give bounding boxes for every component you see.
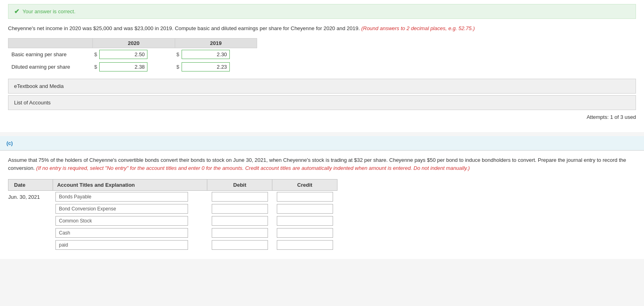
- etextbook-button[interactable]: eTextbook and Media: [8, 79, 636, 94]
- credit-input-5[interactable]: [277, 240, 333, 250]
- dollar-sign-2019-diluted: $: [176, 64, 180, 70]
- credit-input-2[interactable]: [277, 204, 333, 214]
- account-cell-3: [53, 215, 207, 227]
- debit-input-1[interactable]: [212, 192, 268, 202]
- table-row: [8, 227, 337, 239]
- earnings-table: 2020 2019 Basic earning per share $ $ Di…: [8, 38, 257, 73]
- table-row: Jun. 30, 2021: [8, 191, 337, 203]
- round-note: (Round answers to 2 decimal places, e.g.…: [361, 25, 475, 31]
- diluted-eps-2019-input[interactable]: [182, 62, 230, 71]
- dollar-sign-2020-basic: $: [94, 51, 98, 57]
- debit-cell-5: [207, 239, 272, 251]
- credit-header: Credit: [272, 180, 337, 191]
- date-header: Date: [8, 180, 53, 191]
- date-cell-5: [8, 239, 53, 251]
- debit-cell-3: [207, 215, 272, 227]
- section-c: (c) Assume that 75% of the holders of Ch…: [0, 136, 644, 259]
- correct-banner: ✔ Your answer is correct.: [8, 4, 636, 19]
- debit-input-2[interactable]: [212, 204, 268, 214]
- section-c-header: (c): [0, 136, 644, 151]
- account-cell-1: [53, 191, 207, 203]
- header-2019: 2019: [175, 38, 257, 48]
- account-input-5[interactable]: [55, 240, 188, 250]
- dollar-sign-2020-diluted: $: [94, 64, 98, 70]
- top-section: ✔ Your answer is correct. Cheyenne's net…: [0, 0, 644, 132]
- section-c-description: Assume that 75% of the holders of Cheyen…: [8, 156, 636, 173]
- section-c-note: (If no entry is required, select "No ent…: [36, 165, 470, 171]
- date-cell-4: [8, 227, 53, 239]
- debit-cell-2: [207, 203, 272, 215]
- table-row: [8, 203, 337, 215]
- diluted-eps-2020-input[interactable]: [99, 62, 147, 71]
- account-cell-4: [53, 227, 207, 239]
- debit-input-3[interactable]: [212, 216, 268, 226]
- basic-eps-2020-input[interactable]: [99, 50, 147, 59]
- table-row: [8, 215, 337, 227]
- account-input-3[interactable]: [55, 216, 188, 226]
- section-c-body: Assume that 75% of the holders of Cheyen…: [0, 151, 644, 259]
- basic-eps-2019-input[interactable]: [182, 50, 230, 59]
- dollar-sign-2019-basic: $: [176, 51, 180, 57]
- journal-table: Date Account Titles and Explanation Debi…: [8, 179, 337, 251]
- list-of-accounts-button[interactable]: List of Accounts: [8, 95, 636, 110]
- date-cell-2: [8, 203, 53, 215]
- debit-input-4[interactable]: [212, 228, 268, 238]
- table-row: Basic earning per share $ $: [8, 48, 257, 61]
- credit-cell-1: [272, 191, 337, 203]
- attempts-text: Attempts: 1 of 3 used: [8, 112, 636, 124]
- credit-input-3[interactable]: [277, 216, 333, 226]
- checkmark-icon: ✔: [14, 8, 19, 15]
- diluted-eps-label: Diluted earning per share: [8, 61, 93, 73]
- table-row: [8, 239, 337, 251]
- account-input-4[interactable]: [55, 228, 188, 238]
- description-text: Cheyenne's net income in 2020 was $25,00…: [8, 25, 360, 31]
- account-header: Account Titles and Explanation: [53, 180, 207, 191]
- debit-cell-1: [207, 191, 272, 203]
- account-input-2[interactable]: [55, 204, 188, 214]
- correct-text: Your answer is correct.: [22, 8, 76, 14]
- header-2020: 2020: [93, 38, 175, 48]
- debit-header: Debit: [207, 180, 272, 191]
- account-cell-5: [53, 239, 207, 251]
- credit-cell-2: [272, 203, 337, 215]
- date-cell-1: Jun. 30, 2021: [8, 191, 53, 203]
- account-input-1[interactable]: [55, 192, 188, 202]
- credit-input-1[interactable]: [277, 192, 333, 202]
- table-row: Diluted earning per share $ $: [8, 61, 257, 73]
- date-cell-3: [8, 215, 53, 227]
- credit-cell-4: [272, 227, 337, 239]
- credit-cell-5: [272, 239, 337, 251]
- debit-cell-4: [207, 227, 272, 239]
- debit-input-5[interactable]: [212, 240, 268, 250]
- basic-eps-label: Basic earning per share: [8, 48, 93, 61]
- description: Cheyenne's net income in 2020 was $25,00…: [8, 24, 636, 33]
- credit-cell-3: [272, 215, 337, 227]
- credit-input-4[interactable]: [277, 228, 333, 238]
- account-cell-2: [53, 203, 207, 215]
